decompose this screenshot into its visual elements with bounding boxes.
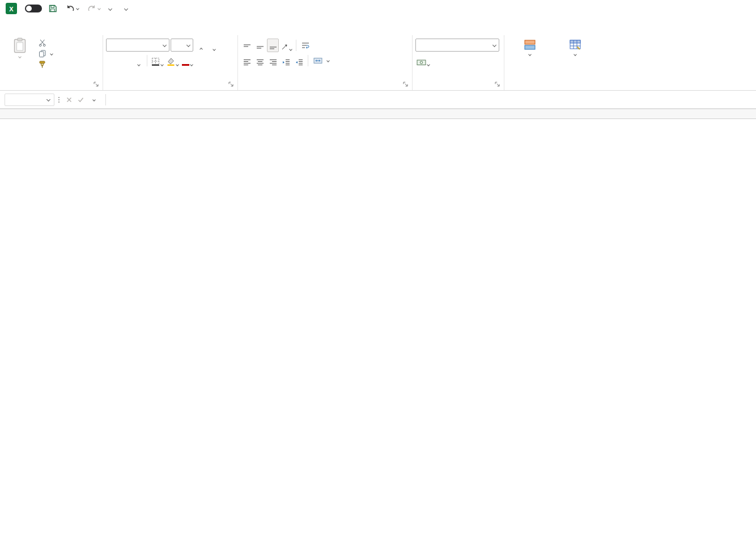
number-format-select[interactable]	[415, 39, 499, 52]
cancel-icon	[66, 97, 72, 103]
decrease-indent-icon	[282, 59, 290, 66]
bold-button[interactable]	[106, 54, 118, 67]
orientation-button[interactable]	[280, 39, 293, 52]
column-headers	[0, 109, 756, 119]
align-center-button[interactable]	[254, 54, 266, 67]
format-as-table-button[interactable]	[553, 37, 598, 56]
format-painter-button[interactable]	[37, 59, 54, 70]
formula-input[interactable]	[109, 94, 756, 106]
ribbon-group-font	[103, 35, 238, 90]
separator	[308, 55, 308, 66]
borders-icon	[151, 57, 160, 66]
toggle-knob-icon	[26, 6, 32, 11]
document-title[interactable]	[121, 7, 128, 10]
undo-icon	[66, 5, 75, 12]
dialog-launcher-icon[interactable]	[228, 81, 234, 88]
chevron-up-icon	[199, 48, 203, 51]
align-top-button[interactable]	[241, 39, 253, 52]
svg-text:X: X	[9, 6, 14, 12]
group-label-font	[106, 81, 235, 90]
group-label-alignment	[241, 81, 409, 90]
separator	[147, 55, 147, 66]
save-icon	[48, 4, 57, 13]
format-as-table-icon	[569, 39, 581, 51]
copy-icon	[39, 50, 46, 57]
conditional-formatting-button[interactable]	[507, 37, 553, 56]
quick-access-more-button[interactable]	[107, 6, 114, 11]
formula-bar	[0, 91, 756, 109]
chevron-down-icon	[176, 63, 179, 66]
increase-indent-icon	[295, 59, 303, 66]
undo-button[interactable]	[63, 3, 81, 14]
font-color-icon	[182, 63, 189, 66]
comma-style-button[interactable]	[445, 54, 457, 67]
chevron-down-icon	[528, 53, 532, 56]
underline-button[interactable]	[132, 54, 144, 67]
ribbon-group-styles	[504, 35, 756, 90]
redo-icon	[87, 5, 96, 12]
dialog-launcher-icon[interactable]	[402, 81, 409, 88]
decrease-indent-button[interactable]	[280, 54, 292, 67]
copy-dropdown-icon	[50, 52, 53, 56]
align-left-button[interactable]	[241, 54, 253, 67]
borders-button[interactable]	[150, 54, 164, 67]
chevron-down-icon	[186, 43, 190, 47]
chevron-down-icon	[492, 43, 496, 47]
chevron-down-icon	[92, 98, 96, 101]
group-label-number	[415, 81, 501, 90]
increase-indent-button[interactable]	[293, 54, 305, 67]
align-left-icon	[243, 59, 251, 66]
merge-center-button[interactable]	[311, 54, 332, 67]
undo-dropdown-icon	[76, 7, 79, 10]
ribbon-group-number	[413, 35, 504, 90]
dialog-launcher-icon[interactable]	[93, 81, 99, 88]
formula-bar-handle[interactable]	[58, 97, 60, 103]
increase-font-size-button[interactable]	[194, 39, 206, 52]
chevron-down-icon	[326, 59, 330, 62]
paste-dropdown-icon	[18, 55, 22, 58]
align-middle-button[interactable]	[254, 39, 266, 52]
chevron-down-icon	[289, 48, 292, 51]
align-bottom-button[interactable]	[267, 39, 279, 52]
redo-button[interactable]	[85, 3, 103, 14]
name-box[interactable]	[5, 94, 54, 106]
accounting-format-button[interactable]	[415, 54, 431, 67]
align-center-icon	[256, 59, 264, 66]
ribbon-tab-bar	[0, 17, 756, 35]
fill-color-button[interactable]	[165, 54, 180, 67]
autosave-toggle[interactable]	[25, 5, 42, 12]
wrap-text-icon	[301, 42, 309, 49]
percent-style-button[interactable]	[432, 54, 444, 67]
chevron-down-icon	[213, 48, 216, 51]
cancel-button[interactable]	[63, 94, 75, 106]
cut-button[interactable]	[37, 37, 54, 48]
chevron-down-icon	[574, 53, 577, 56]
align-right-button[interactable]	[267, 54, 279, 67]
enter-button[interactable]	[75, 94, 86, 106]
increase-decimal-button[interactable]	[458, 54, 470, 67]
chevron-down-icon	[108, 6, 112, 10]
decrease-font-size-button[interactable]	[207, 39, 219, 52]
chevron-down-icon	[190, 63, 193, 66]
save-button[interactable]	[46, 3, 60, 14]
font-name-select[interactable]	[106, 39, 169, 52]
align-top-icon	[243, 44, 251, 50]
titlebar: X	[0, 0, 756, 17]
wrap-text-button[interactable]	[299, 39, 314, 52]
chevron-down-icon	[427, 63, 430, 66]
check-icon	[78, 97, 84, 103]
ribbon	[0, 35, 756, 91]
copy-button[interactable]	[37, 48, 54, 59]
paste-button[interactable]	[6, 37, 33, 70]
ribbon-group-alignment	[238, 35, 413, 90]
excel-logo-icon[interactable]: X	[6, 3, 17, 14]
separator	[105, 94, 106, 105]
italic-button[interactable]	[119, 54, 131, 67]
dialog-launcher-icon[interactable]	[494, 81, 500, 88]
font-size-select[interactable]	[171, 39, 193, 52]
decrease-decimal-button[interactable]	[471, 54, 483, 67]
font-color-button[interactable]	[181, 54, 194, 67]
insert-function-button[interactable]	[86, 94, 102, 106]
format-painter-icon	[39, 61, 46, 68]
conditional-formatting-icon	[524, 39, 536, 51]
